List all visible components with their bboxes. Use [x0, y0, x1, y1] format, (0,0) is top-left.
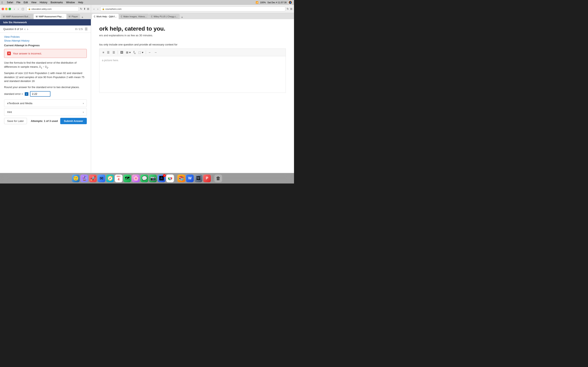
profile-avatar[interactable]: 👤	[288, 0, 292, 4]
dock: 🙂 🔮 🚀 ✉ 🧭 DEC4 🗺 🌸 💬 📷 🅰 1 📚 W 🖼 P 🗑	[0, 173, 294, 184]
share-button[interactable]: ⬆	[84, 7, 86, 10]
tab-player2[interactable]: W Player	[67, 14, 80, 19]
answer-row: standard error = i	[4, 91, 87, 97]
question-nav-left: Question 8 of 14 ‹ ›	[3, 27, 28, 31]
back-button[interactable]: ‹	[13, 7, 16, 11]
dock-chrome[interactable]	[166, 175, 174, 182]
address-text: education.wiley.com	[31, 8, 52, 10]
dock-safari[interactable]: 🧭	[106, 175, 114, 182]
hint-label: Hint	[7, 110, 12, 114]
editor-list-unordered-button[interactable]: ☰	[106, 50, 111, 55]
question-list-button[interactable]: ☰	[85, 27, 87, 31]
coursehero-content: ork help, catered to you. ers and explan…	[91, 19, 294, 173]
tab-label: NWP Assessment Builder UI Application	[6, 15, 31, 18]
editor-formula-button[interactable]: fx	[132, 50, 137, 55]
submit-area: Attempts: 1 of 3 used Submit Answer	[31, 118, 87, 124]
menu-help[interactable]: Help	[78, 1, 83, 4]
right-address-text: coursehero.com	[105, 8, 121, 10]
new-tab-button[interactable]: +	[80, 16, 85, 19]
bottom-bar: Save for Later Attempts: 1 of 3 used Sub…	[4, 118, 87, 124]
dock-maps[interactable]: 🗺	[123, 175, 131, 182]
editor-list-decrease-button[interactable]: ☰	[112, 50, 116, 55]
maximize-button[interactable]	[9, 8, 11, 10]
dock-launchpad[interactable]: 🚀	[89, 175, 97, 182]
menu-edit[interactable]: Edit	[24, 1, 28, 4]
right-forward-button[interactable]: ›	[96, 7, 99, 11]
question-text-1: Use the formula to find the standard err…	[4, 61, 87, 69]
answer-label: standard error =	[4, 92, 23, 95]
menu-window[interactable]: Window	[66, 1, 75, 4]
dock-photos[interactable]: 🌸	[132, 175, 140, 182]
tab-makeimages[interactable]: C Make Images, Videos...	[119, 14, 149, 19]
question-back-button[interactable]: ‹	[24, 27, 25, 31]
tab-player[interactable]: W NWP Assessment Player UI Application	[34, 14, 66, 19]
apps-button[interactable]: ⊞	[87, 7, 89, 10]
editor-area[interactable]: a picture here.	[99, 56, 286, 93]
dock-ibooks[interactable]: 📚	[177, 175, 185, 182]
submit-answer-button[interactable]: Submit Answer	[60, 118, 87, 124]
dock-appstore[interactable]: 🅰 1	[158, 175, 165, 182]
etextbook-label: eTextbook and Media	[7, 102, 33, 105]
right-lock-icon: 🔒	[102, 8, 104, 10]
editor-embed-button[interactable]: ⬚ ▾	[138, 50, 144, 55]
apple-menu[interactable]: 	[2, 1, 3, 4]
menu-safari[interactable]: Safari	[7, 1, 13, 4]
dock-appstore-badge: 1	[163, 174, 166, 177]
editor-image-button[interactable]: 🖼	[119, 50, 124, 55]
tab-label: Make Images, Videos...	[123, 15, 147, 18]
editor-toolbar: ≡ ☰ ☰ 🖼 ⊞ ▾ fx ⬚ ▾ ← →	[99, 49, 286, 56]
svg-point-2	[170, 178, 171, 179]
datetime: Sat Dec 4 11:57:30	[268, 1, 287, 4]
save-for-later-button[interactable]: Save for Later	[4, 118, 27, 124]
tab-label: Player	[71, 15, 78, 18]
view-policies-link[interactable]: View Policies	[4, 35, 87, 38]
editor-divider-2	[146, 50, 146, 54]
question-prompt-section: lou only include one question and provid…	[99, 43, 286, 46]
info-badge[interactable]: i	[25, 92, 28, 96]
answer-input[interactable]	[30, 91, 51, 97]
dock-trash[interactable]: 🗑	[214, 175, 222, 182]
hero-heading: ork help, catered to you.	[99, 25, 286, 32]
dock-powerpoint[interactable]: P	[203, 175, 211, 182]
editor-table-button[interactable]: ⊞ ▾	[125, 50, 132, 55]
menu-file[interactable]: File	[16, 1, 20, 4]
forward-button[interactable]: ›	[17, 7, 20, 11]
menu-history[interactable]: History	[40, 1, 47, 4]
editor-undo-button[interactable]: ←	[147, 50, 152, 55]
dock-finder[interactable]: 🙂	[72, 175, 80, 182]
address-bar[interactable]: 🔒 education.wiley.com	[26, 7, 79, 11]
tab-wileyplus[interactable]: C Wiley PLUS | Chegg.c...	[149, 14, 180, 19]
dock-calendar[interactable]: DEC4	[115, 175, 122, 182]
right-back-button[interactable]: ‹	[93, 7, 95, 11]
tab-workhelp[interactable]: C Work Help - Q&A f...	[92, 14, 119, 19]
right-reload-button[interactable]: ↻	[287, 7, 289, 10]
menu-view[interactable]: View	[31, 1, 36, 4]
right-new-tab-button[interactable]: +	[180, 16, 184, 19]
sidebar-toggle-button[interactable]: ▢	[21, 7, 25, 11]
menu-bookmarks[interactable]: Bookmarks	[51, 1, 63, 4]
dock-siri[interactable]: 🔮	[80, 175, 88, 182]
editor-list-ordered-button[interactable]: ≡	[102, 50, 105, 55]
hero-section: ork help, catered to you. ers and explan…	[99, 25, 286, 37]
hero-subtext: ers and explanations in as few as 30 min…	[99, 34, 286, 37]
minimize-button[interactable]	[5, 8, 8, 10]
dock-mail[interactable]: ✉	[98, 175, 105, 182]
dock-word[interactable]: W	[186, 175, 194, 182]
editor-redo-button[interactable]: →	[153, 50, 158, 55]
hint-collapsible[interactable]: Hint ›	[4, 108, 87, 116]
current-attempt-label: Current Attempt in Progress	[4, 44, 87, 47]
question-forward-button[interactable]: ›	[27, 27, 28, 31]
etextbook-chevron-icon: ›	[83, 102, 84, 105]
right-browser-tabs: C Work Help - Q&A f... C Make Images, Vi…	[91, 13, 294, 19]
dock-facetime[interactable]: 📷	[149, 175, 157, 182]
etextbook-collapsible[interactable]: eTextbook and Media ›	[4, 100, 87, 107]
tab-builder[interactable]: W NWP Assessment Builder UI Application	[1, 14, 34, 19]
close-button[interactable]	[2, 8, 4, 10]
right-address-bar[interactable]: 🔒 coursehero.com	[100, 7, 285, 11]
show-attempt-link[interactable]: Show Attempt History	[4, 39, 87, 42]
right-apps-button[interactable]: ⊞	[290, 7, 292, 10]
dock-messages[interactable]: 💬	[140, 175, 148, 182]
page-header: lule Six Homework	[0, 19, 91, 25]
reload-button[interactable]: ↻	[80, 7, 82, 10]
dock-photos2[interactable]: 🖼	[195, 175, 202, 182]
